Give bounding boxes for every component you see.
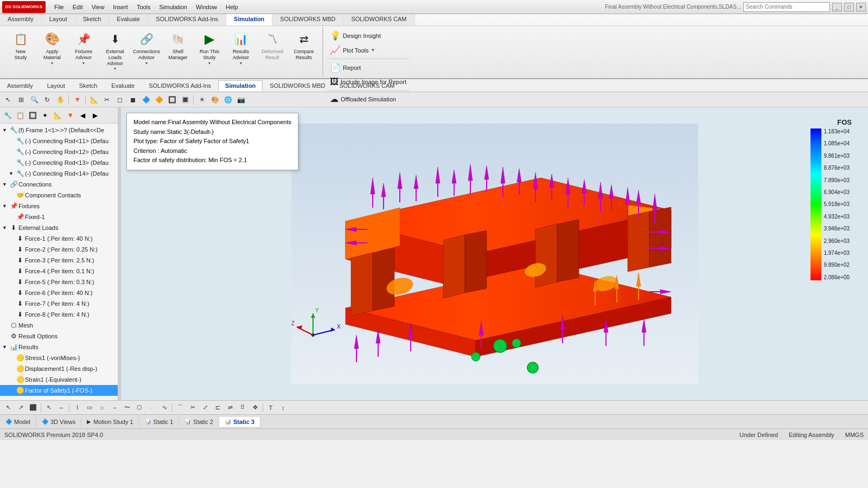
- connections-advisor-button[interactable]: 🔗 ConnectionsAdvisor ▼: [131, 28, 162, 67]
- offloaded-sim-button[interactable]: ☁ Offloaded Simulation: [327, 93, 399, 105]
- sidebar-btn-filter[interactable]: 🔻: [65, 110, 75, 121]
- plugin-tab-addins[interactable]: SOLIDWORKS Add-Ins: [142, 80, 218, 91]
- toolbar-zoom-fit[interactable]: ⊞: [15, 94, 27, 106]
- plugin-tab-mbd[interactable]: SOLIDWORKS MBD: [263, 80, 332, 91]
- plugin-tab-evaluate[interactable]: Evaluate: [104, 80, 142, 91]
- tree-item-frame[interactable]: ▼ 🔧 (f) Frame 1<1>->? (Default<<De: [0, 125, 118, 136]
- tree-item-fos[interactable]: 🟡 Factor of Safety1 (-FOS-): [0, 385, 118, 396]
- btm-mirror[interactable]: ⇌: [224, 402, 236, 414]
- btm-polygon[interactable]: ⬡: [133, 402, 145, 414]
- tab-static3[interactable]: 📊 Static 3: [219, 417, 260, 427]
- tree-item-loads[interactable]: ▼ ⬇ External Loads: [0, 222, 118, 233]
- sidebar-btn4[interactable]: ✦: [40, 110, 50, 121]
- tab-assembly[interactable]: Assembly: [0, 14, 42, 25]
- btm-arrow[interactable]: →: [108, 402, 120, 414]
- btm-move[interactable]: ✥: [249, 402, 261, 414]
- tree-item-force6[interactable]: ⬇ Force-6 (:Per item: 40 N:): [0, 287, 118, 298]
- btm-dim[interactable]: ↕: [277, 402, 289, 414]
- sidebar-btn-nav-right[interactable]: ▶: [90, 110, 100, 121]
- tab-static2[interactable]: 📊 Static 2: [179, 417, 219, 427]
- design-insight-button[interactable]: 💡 Design Insight: [327, 29, 384, 42]
- toolbar-view3[interactable]: 🔷: [140, 94, 152, 106]
- viewport[interactable]: Model name:Final Assembly Without Electr…: [121, 107, 868, 400]
- sidebar-btn1[interactable]: 🔧: [2, 110, 13, 121]
- tree-item-force1[interactable]: ⬇ Force-1 (:Per item: 40 N:): [0, 233, 118, 244]
- toolbar-zoom-area[interactable]: 🔍: [28, 94, 40, 106]
- btm-btn4[interactable]: ↖: [43, 402, 55, 414]
- tree-item-force7[interactable]: ⬇ Force-7 (:Per item: 4 N:): [0, 298, 118, 309]
- plugin-tab-sketch[interactable]: Sketch: [72, 80, 105, 91]
- tab-evaluate[interactable]: Evaluate: [109, 14, 148, 25]
- tab-static1[interactable]: 📊 Static 1: [139, 417, 180, 427]
- apply-material-button[interactable]: 🎨 ApplyMaterial ▼: [37, 28, 67, 67]
- btm-select[interactable]: ↖: [2, 402, 14, 414]
- toolbar-section[interactable]: ✂: [101, 94, 113, 106]
- btm-pattern[interactable]: ⠿: [237, 402, 248, 414]
- tree-item-rod13[interactable]: 🔧 (-) Connecting Rod<13> (Defau: [0, 157, 118, 168]
- sidebar-btn3[interactable]: 🔲: [27, 110, 38, 121]
- toolbar-view1[interactable]: ◻: [114, 94, 126, 106]
- shell-manager-button[interactable]: 🐚 ShellManager: [163, 28, 193, 63]
- btm-btn3[interactable]: ⬛: [27, 402, 39, 414]
- tab-motion1[interactable]: ▶ Motion Study 1: [81, 417, 139, 427]
- tab-mbd[interactable]: SOLIDWORKS MBD: [272, 14, 343, 25]
- tab-addins[interactable]: SOLIDWORKS Add-Ins: [148, 14, 226, 25]
- btm-circle[interactable]: ○: [96, 402, 108, 414]
- tab-simulation[interactable]: Simulation: [226, 14, 272, 25]
- plugin-tab-cam[interactable]: SOLIDWORKS CAM: [332, 80, 401, 91]
- tree-item-rod14[interactable]: ▼ 🔧 (-) Connecting Rod<14> (Defau: [0, 168, 118, 179]
- toolbar-perspective[interactable]: 📷: [235, 94, 247, 106]
- tab-3dviews[interactable]: 🔷 3D Views: [36, 417, 81, 427]
- tree-item-force4[interactable]: ⬇ Force-4 (:Per item: 0.1 N:): [0, 266, 118, 277]
- btm-curve[interactable]: 〜: [121, 402, 133, 414]
- tree-item-fixtures[interactable]: ▼ 📌 Fixtures: [0, 201, 118, 211]
- toolbar-view2[interactable]: ◼: [127, 94, 139, 106]
- menu-edit[interactable]: Edit: [68, 3, 87, 11]
- tree-item-results[interactable]: ▼ 📊 Results: [0, 342, 118, 352]
- menu-simulation[interactable]: Simulation: [155, 3, 192, 11]
- close-button[interactable]: ✕: [856, 3, 866, 11]
- toolbar-scene[interactable]: 🌐: [222, 94, 234, 106]
- search-input[interactable]: [743, 2, 830, 12]
- tree-item-result-options[interactable]: ⚙ Result Options: [0, 331, 118, 342]
- tab-layout[interactable]: Layout: [42, 14, 75, 25]
- tab-model[interactable]: 🔷 Model: [0, 417, 36, 427]
- btm-line[interactable]: ⌇: [71, 402, 83, 414]
- menu-view[interactable]: View: [87, 3, 109, 11]
- maximize-button[interactable]: □: [844, 3, 854, 11]
- btm-trim[interactable]: ✂: [187, 402, 199, 414]
- menu-file[interactable]: File: [50, 3, 68, 11]
- sidebar-btn-nav-left[interactable]: ◀: [77, 110, 88, 121]
- btm-spline[interactable]: ∿: [158, 402, 170, 414]
- tree-item-strain[interactable]: 🟡 Strain1 (-Equivalent-): [0, 374, 118, 385]
- deformed-result-button[interactable]: 〽 DeformedResult: [257, 28, 288, 63]
- minimize-button[interactable]: _: [832, 3, 842, 11]
- fixtures-advisor-button[interactable]: 📌 FixturesAdvisor ▼: [68, 28, 99, 67]
- toolbar-display1[interactable]: 🔲: [166, 94, 178, 106]
- plugin-tab-assembly[interactable]: Assembly: [0, 80, 40, 91]
- toolbar-view4[interactable]: 🔶: [153, 94, 165, 106]
- toolbar-select[interactable]: ↖: [2, 94, 14, 106]
- tree-item-stress[interactable]: 🟡 Stress1 (-vonMises-): [0, 352, 118, 363]
- sidebar-btn5[interactable]: 📐: [52, 110, 63, 121]
- btm-btn5[interactable]: ↔: [55, 402, 67, 414]
- external-loads-button[interactable]: ⬇ External LoadsAdvisor ▼: [100, 28, 130, 73]
- tree-item-mesh[interactable]: ⬡ Mesh: [0, 320, 118, 331]
- toolbar-lights[interactable]: ☀: [196, 94, 208, 106]
- menu-help[interactable]: Help: [221, 3, 242, 11]
- tree-item-fixed1[interactable]: 📌 Fixed-1: [0, 211, 118, 222]
- tree-item-rod12[interactable]: 🔧 (-) Connecting Rod<12> (Defau: [0, 146, 118, 157]
- tree-item-force5[interactable]: ⬇ Force-5 (:Per item: 0.3 N:): [0, 277, 118, 287]
- menu-insert[interactable]: Insert: [108, 3, 132, 11]
- tree-item-contacts[interactable]: 🤝 Component Contacts: [0, 190, 118, 201]
- plugin-tab-simulation[interactable]: Simulation: [218, 80, 263, 91]
- compare-results-button[interactable]: ⇄ CompareResults: [289, 28, 319, 63]
- tab-cam[interactable]: SOLIDWORKS CAM: [343, 14, 414, 25]
- tree-item-connections[interactable]: ▼ 🔗 Connections: [0, 179, 118, 190]
- btm-offset[interactable]: ⊏: [212, 402, 224, 414]
- menu-tools[interactable]: Tools: [132, 3, 155, 11]
- toolbar-measure[interactable]: 📐: [88, 94, 100, 106]
- plugin-tab-layout[interactable]: Layout: [40, 80, 72, 91]
- btm-text[interactable]: T: [265, 402, 277, 414]
- toolbar-appearance[interactable]: 🎨: [209, 94, 221, 106]
